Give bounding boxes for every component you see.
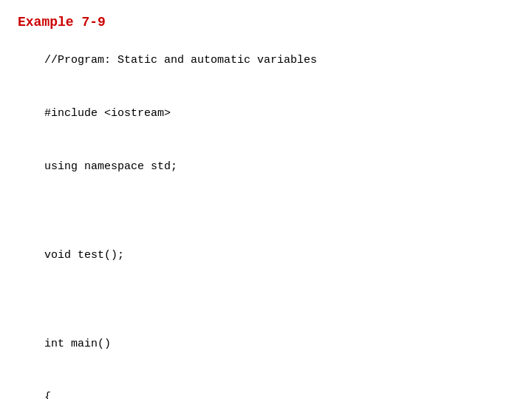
code-line-6: {	[44, 391, 51, 399]
page-container: Example 7-9 //Program: Static and automa…	[0, 0, 532, 399]
code-line-5: int main()	[44, 338, 111, 350]
code-line-4: void test();	[44, 249, 124, 262]
code-block: //Program: Static and automatic variable…	[18, 34, 514, 399]
page-title: Example 7-9	[18, 15, 514, 30]
code-line-2: #include <iostream>	[44, 107, 171, 120]
code-line-1: //Program: Static and automatic variable…	[44, 54, 317, 66]
code-line-3: using namespace std;	[44, 160, 177, 173]
